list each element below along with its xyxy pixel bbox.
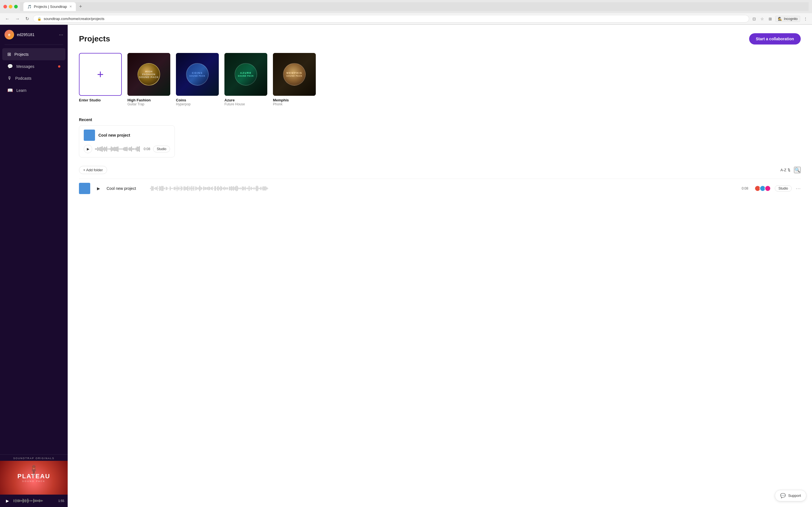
table-row: ▶ Cool new project 0:08 Studio ⋯ [79,179,801,198]
sidebar-icon[interactable]: ⊞ [767,15,773,22]
recent-card: Cool new project ▶ 0:08 Studio [79,125,175,158]
support-label: Support [788,494,801,498]
incognito-icon: 🕵️ [778,17,782,21]
sort-icon: ⇅ [788,168,791,172]
memphis-label: Memphis [273,98,316,102]
player-label: SOUNDTRAP ORIGINALS [0,455,68,461]
player-album: PLATEAU SOUND PACK 🕴 [0,461,68,495]
support-icon: 💬 [780,493,786,498]
projects-list: ▶ Cool new project 0:08 Studio ⋯ [79,179,801,198]
sort-label: A-Z [780,168,786,172]
recent-card-footer: ▶ 0:08 Studio [84,145,170,153]
project-studio-badge[interactable]: Studio [775,185,792,191]
recent-project-name: Cool new project [98,133,130,137]
project-duration: 0:08 [742,186,748,190]
recent-play-button[interactable]: ▶ [84,145,92,153]
recent-card-header: Cool new project [84,129,170,141]
project-thumb [79,183,90,194]
high-fashion-label: High Fashion [128,98,170,102]
mic-icon: 🎙 [7,76,12,81]
notification-dot [58,65,60,68]
enter-studio-thumb: + [79,53,122,96]
minimize-window-button[interactable] [9,5,12,8]
browser-titlebar: 🎵 Projects | Soundtrap ✕ + [0,0,812,13]
incognito-badge: 🕵️ Incognito [775,16,800,22]
toolbar-icons: ⊡ ☆ ⊞ 🕵️ Incognito ⋮ [751,15,809,22]
player-waveform [13,498,55,504]
page-title: Projects [79,34,110,43]
tab-close-icon[interactable]: ✕ [69,5,72,8]
incognito-label: Incognito [784,17,798,21]
menu-icon[interactable]: ⋮ [802,15,809,22]
tab-bar: 🎵 Projects | Soundtrap ✕ + [20,2,809,11]
album-sub: SOUND PACK [17,480,50,483]
nav-learn-label: Learn [16,88,27,93]
nav-projects-label: Projects [14,52,29,57]
new-tab-button[interactable]: + [77,3,85,11]
avatar: e [4,30,14,40]
search-button[interactable]: 🔍 [794,167,801,173]
recent-studio-badge[interactable]: Studio [153,146,170,152]
azure-label: Azure [224,98,267,102]
support-button[interactable]: 💬 Support [775,490,806,501]
memphis-card[interactable]: MEMPHISSOUND PACK Memphis Phonk [273,53,316,106]
book-icon: 📖 [7,88,13,93]
tab-title: Projects | Soundtrap [34,4,67,9]
sort-az-button[interactable]: A-Z ⇅ [780,168,791,172]
add-folder-button[interactable]: + Add folder [79,166,107,174]
player-controls: ▶ 1:55 [0,495,68,507]
project-waveform [150,185,735,192]
player-duration: 1:55 [58,499,64,503]
cast-icon[interactable]: ⊡ [751,15,757,22]
memphis-thumb: MEMPHISSOUND PACK [273,53,316,96]
nav-podcasts-label: Podcasts [15,76,32,80]
sidebar-item-learn[interactable]: 📖 Learn [2,84,65,96]
reload-button[interactable]: ↻ [24,15,31,22]
sidebar-item-messages[interactable]: 💬 Messages [2,60,65,72]
azure-card[interactable]: AZURESOUND PACK Azure Future House [224,53,267,106]
memphis-genre: Phonk [273,102,316,106]
coins-card[interactable]: COINSSOUND PACK Coins Hyperpop [176,53,219,106]
coins-label: Coins [176,98,219,102]
back-button[interactable]: ← [3,15,11,22]
maximize-window-button[interactable] [14,5,18,8]
bookmark-icon[interactable]: ☆ [759,15,765,22]
app-container: e ed295181 ··· ⊞ Projects 💬 Messages 🎙 P… [0,25,812,507]
player-play-button[interactable]: ▶ [3,497,11,505]
grid-icon: ⊞ [7,52,11,57]
enter-studio-card[interactable]: + Enter Studio [79,53,122,106]
bottom-player: SOUNDTRAP ORIGINALS PLATEAU SOUND PACK 🕴… [0,454,68,507]
enter-studio-label: Enter Studio [79,98,122,102]
traffic-lights [3,5,18,8]
coins-genre: Hyperpop [176,102,219,106]
high-fashion-thumb: HIGHFASHIONSOUND PACK [128,53,170,96]
nav-items: ⊞ Projects 💬 Messages 🎙 Podcasts 📖 Learn [0,45,68,454]
lock-icon: 🔒 [37,17,42,21]
active-tab[interactable]: 🎵 Projects | Soundtrap ✕ [23,2,76,11]
sidebar-user: e ed295181 ··· [0,25,68,45]
main-content: Projects Start a collaboration + Enter S… [68,25,812,507]
chat-icon: 💬 [7,64,13,69]
username: ed295181 [17,33,35,37]
sidebar-item-projects[interactable]: ⊞ Projects [2,48,65,60]
album-art: PLATEAU SOUND PACK 🕴 [0,461,68,495]
nav-messages-label: Messages [16,64,35,69]
close-window-button[interactable] [3,5,7,8]
address-bar[interactable]: 🔒 soundtrap.com/home/creator/projects [33,15,749,22]
forward-button[interactable]: → [13,15,21,22]
project-name: Cool new project [107,186,146,191]
recent-project-thumb [84,129,95,141]
start-collaboration-button[interactable]: Start a collaboration [749,33,801,45]
recent-duration: 0:08 [144,147,150,151]
more-options-button[interactable]: ··· [59,32,63,38]
project-more-options-button[interactable]: ⋯ [796,185,801,191]
high-fashion-card[interactable]: HIGHFASHIONSOUND PACK High Fashion Guita… [128,53,170,106]
sidebar-item-podcasts[interactable]: 🎙 Podcasts [2,72,65,84]
browser-toolbar: ← → ↻ 🔒 soundtrap.com/home/creator/proje… [0,13,812,24]
avatar-3 [765,185,771,191]
azure-thumb: AZURESOUND PACK [224,53,267,96]
featured-packs-row: + Enter Studio HIGHFASHIONSOUND PACK Hig… [79,53,801,109]
sidebar: e ed295181 ··· ⊞ Projects 💬 Messages 🎙 P… [0,25,68,507]
project-play-button[interactable]: ▶ [94,184,103,193]
tab-favicon: 🎵 [28,5,32,9]
